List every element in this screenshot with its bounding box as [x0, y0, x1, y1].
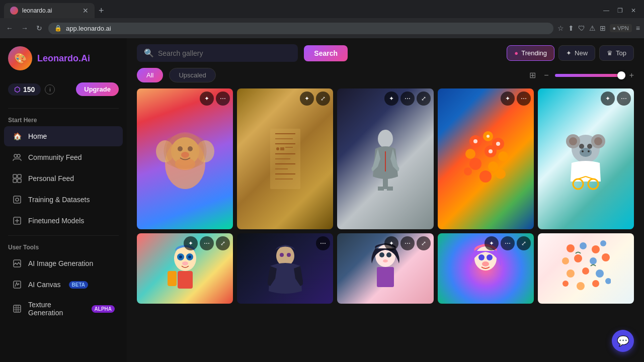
browser-chrome: leonardo.ai ✕ + — ❐ ✕ ← → ↻ 🔒 app.leonar…: [0, 0, 644, 38]
forward-btn[interactable]: →: [19, 22, 30, 34]
svg-point-97: [582, 267, 589, 275]
gallery-item[interactable]: [538, 233, 634, 304]
minimize-btn[interactable]: —: [603, 7, 609, 14]
top-btn[interactable]: ♛ Top: [599, 45, 634, 61]
sidebar-item-home[interactable]: 🏠 Home: [4, 126, 123, 146]
divider-2: [8, 235, 119, 236]
more-btn-9[interactable]: ⋯: [501, 236, 515, 250]
magic-btn[interactable]: ✦: [200, 92, 214, 106]
gallery-item[interactable]: ✦ ⋯ ⤢: [337, 233, 433, 304]
share-btn[interactable]: ⬆: [568, 24, 574, 32]
main-content: 🔍 Search ● Trending ✦ New ♛ Top: [127, 38, 644, 362]
filter-upscaled[interactable]: Upscaled: [169, 68, 215, 82]
new-tab-btn[interactable]: +: [97, 4, 106, 18]
svg-point-85: [478, 254, 485, 260]
gallery-image-floral: [538, 233, 634, 304]
chat-widget[interactable]: 💬: [612, 330, 634, 352]
zoom-handle[interactable]: [617, 71, 625, 79]
magic-btn-3[interactable]: ✦: [384, 92, 398, 106]
svg-point-47: [464, 167, 472, 175]
gallery-item[interactable]: ✦ ⋯: [137, 88, 233, 229]
gallery-item[interactable]: ✦ ⋯: [438, 88, 534, 229]
filter-all[interactable]: All: [137, 68, 163, 82]
info-btn[interactable]: i: [45, 84, 55, 95]
svg-rect-83: [377, 267, 394, 287]
zoom-out-btn[interactable]: −: [542, 69, 550, 82]
magic-btn-6[interactable]: ✦: [184, 236, 198, 250]
gallery-item[interactable]: ✦ ⤢: [237, 88, 333, 229]
svg-point-71: [179, 255, 182, 258]
gallery-item-6-overlay: ✦ ⋯ ⤢: [184, 236, 230, 250]
more-btn-3[interactable]: ⋯: [400, 92, 415, 106]
more-btn-5[interactable]: ⋯: [617, 92, 631, 106]
more-btn-6[interactable]: ⋯: [200, 236, 214, 250]
menu-btn[interactable]: ≡: [636, 24, 640, 32]
gallery-item[interactable]: ✦ ⋯ ⤢: [137, 233, 233, 304]
zoom-slider[interactable]: [555, 74, 625, 77]
expand-btn-8[interactable]: ⤢: [417, 236, 431, 250]
address-bar[interactable]: 🔒 app.leonardo.ai: [48, 23, 553, 34]
grid-view-btn[interactable]: ⊞: [527, 68, 538, 82]
gallery-item[interactable]: ✦ ⋯: [538, 88, 634, 229]
new-btn[interactable]: ✦ New: [558, 45, 595, 61]
ai-canvas-label: AI Canvas: [28, 281, 61, 289]
extensions-btn[interactable]: ⊞: [600, 24, 606, 32]
zoom-in-btn[interactable]: +: [629, 71, 634, 80]
magic-btn-5[interactable]: ✦: [601, 92, 615, 106]
svg-point-44: [498, 151, 508, 161]
close-btn[interactable]: ✕: [631, 7, 636, 14]
start-here-label: Start Here: [0, 113, 127, 126]
sidebar-item-ai-canvas[interactable]: AI Canvas BETA: [4, 275, 123, 295]
expand-btn-6[interactable]: ⤢: [216, 236, 230, 250]
svg-point-77: [280, 253, 284, 257]
svg-rect-2: [13, 174, 17, 178]
shield-icon: 🛡: [578, 24, 585, 32]
maximize-btn[interactable]: ❐: [617, 7, 623, 14]
new-star-icon: ✦: [566, 49, 572, 57]
tab-close-btn[interactable]: ✕: [83, 7, 89, 15]
search-input[interactable]: [158, 49, 291, 57]
sidebar-item-finetuned[interactable]: Finetuned Models: [4, 211, 123, 231]
svg-rect-75: [168, 271, 177, 286]
svg-point-52: [496, 142, 500, 146]
svg-point-45: [469, 158, 481, 170]
more-btn[interactable]: ⋯: [216, 92, 230, 106]
expand-btn-9[interactable]: ⤢: [517, 236, 531, 250]
tab-favicon: [10, 7, 18, 15]
search-input-wrapper[interactable]: 🔍: [137, 44, 298, 62]
expand-btn-3[interactable]: ⤢: [417, 92, 431, 106]
magic-btn-4[interactable]: ✦: [501, 92, 515, 106]
gallery-container[interactable]: ✦ ⋯: [127, 88, 644, 362]
more-btn-8[interactable]: ⋯: [400, 236, 415, 250]
gallery-item[interactable]: ✦ ⋯ ⤢: [438, 233, 534, 304]
training-icon: [12, 195, 22, 205]
app-container: 🎨 Leonardo.Ai ⬡ 150 i Upgrade Start Here…: [0, 38, 644, 362]
sidebar-item-ai-image-gen[interactable]: AI Image Generation: [4, 253, 123, 274]
magic-btn-9[interactable]: ✦: [485, 236, 499, 250]
svg-point-60: [587, 144, 592, 149]
search-button[interactable]: Search: [304, 45, 348, 61]
sidebar-item-training[interactable]: Training & Datasets: [4, 190, 123, 210]
filter-bar: All Upscaled ⊞ − +: [127, 68, 644, 88]
trending-btn[interactable]: ● Trending: [507, 45, 554, 61]
sidebar-item-personal-feed[interactable]: Personal Feed: [4, 168, 123, 189]
more-btn-4[interactable]: ⋯: [517, 92, 531, 106]
magic-btn-2[interactable]: ✦: [300, 92, 314, 106]
expand-btn-2[interactable]: ⤢: [316, 92, 330, 106]
gallery-item[interactable]: ⋯: [237, 233, 333, 304]
top-crown-icon: ♛: [607, 49, 613, 57]
sidebar-item-community-feed[interactable]: Community Feed: [4, 147, 123, 167]
gallery-item[interactable]: ✦ ⋯ ⤢: [337, 88, 433, 229]
sidebar: 🎨 Leonardo.Ai ⬡ 150 i Upgrade Start Here…: [0, 38, 127, 362]
magic-btn-8[interactable]: ✦: [384, 236, 398, 250]
refresh-btn[interactable]: ↻: [34, 22, 44, 34]
bookmark-btn[interactable]: ☆: [557, 24, 564, 32]
back-btn[interactable]: ←: [4, 22, 15, 34]
more-btn-7[interactable]: ⋯: [316, 236, 330, 250]
active-tab[interactable]: leonardo.ai ✕: [4, 3, 95, 18]
sidebar-item-texture-gen[interactable]: Texture Generation ALPHA: [4, 296, 123, 322]
gallery-item-2-overlay: ✦ ⤢: [300, 92, 330, 106]
logo-text: Leonardo.Ai: [37, 53, 90, 64]
upgrade-btn[interactable]: Upgrade: [76, 82, 119, 96]
svg-point-90: [592, 245, 600, 253]
